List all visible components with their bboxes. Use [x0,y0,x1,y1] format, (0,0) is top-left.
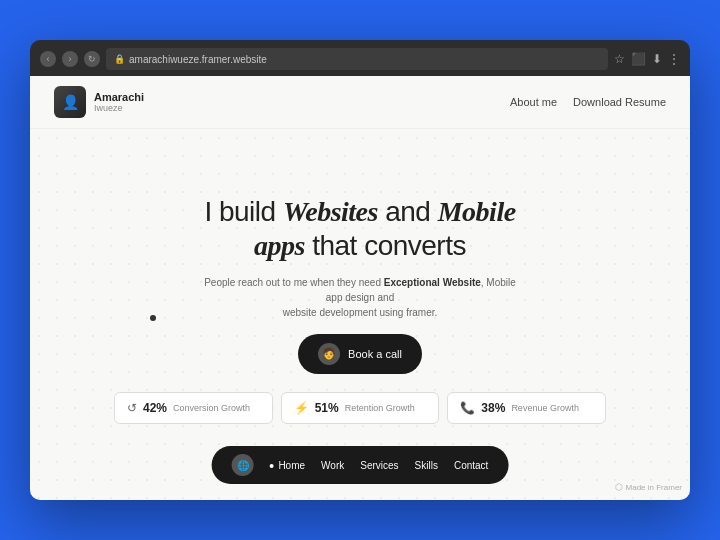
book-call-label: Book a call [348,348,402,360]
nav-resume[interactable]: Download Resume [573,96,666,108]
url-text: amarachiwueze.framer.website [129,54,267,65]
site-nav: About me Download Resume [510,96,666,108]
dot-bullet [150,315,156,321]
menu-icon[interactable]: ⋮ [668,52,680,66]
extension-icon[interactable]: ⬛ [631,52,646,66]
conversion-label: Conversion Growth [173,403,250,413]
headline-italic1: Websites [283,196,378,227]
conversion-icon: ↺ [127,401,137,415]
site-owner-sub: Iwueze [94,103,144,113]
browser-toolbar: ‹ › ↻ 🔒 amarachiwueze.framer.website ☆ ⬛… [40,48,680,70]
download-icon[interactable]: ⬇ [652,52,662,66]
headline-italic3: apps [254,230,305,261]
bottom-nav-skills[interactable]: Skills [415,460,438,471]
hero-section: I build Websites and Mobileapps that con… [30,129,690,500]
nav-about[interactable]: About me [510,96,557,108]
browser-window: ‹ › ↻ 🔒 amarachiwueze.framer.website ☆ ⬛… [30,40,690,500]
hero-headline: I build Websites and Mobileapps that con… [204,195,515,262]
revenue-label: Revenue Growth [511,403,579,413]
avatar-image: 👤 [54,86,86,118]
site-header: 👤 Amarachi Iwueze About me Download Resu… [30,76,690,129]
avatar: 👤 [54,86,86,118]
framer-badge: ⬡ Made in Framer [615,482,682,492]
refresh-button[interactable]: ↻ [84,51,100,67]
framer-icon: ⬡ [615,482,623,492]
back-button[interactable]: ‹ [40,51,56,67]
bottom-nav-contact[interactable]: Contact [454,460,488,471]
stat-conversion: ↺ 42% Conversion Growth [114,392,273,424]
logo-text: Amarachi Iwueze [94,91,144,113]
bottom-nav-services[interactable]: Services [360,460,398,471]
bottom-nav: 🌐 Home Work Services Skills Contact [212,446,509,484]
subtitle-line2: website development using framer. [283,307,438,318]
retention-label: Retention Growth [345,403,415,413]
site-owner-name: Amarachi [94,91,144,103]
forward-button[interactable]: › [62,51,78,67]
logo-area: 👤 Amarachi Iwueze [54,86,144,118]
stat-revenue: 📞 38% Revenue Growth [447,392,606,424]
lock-icon: 🔒 [114,54,125,64]
star-icon[interactable]: ☆ [614,52,625,66]
revenue-icon: 📞 [460,401,475,415]
stats-bar: ↺ 42% Conversion Growth ⚡ 51% Retention … [110,392,610,424]
toolbar-icons: ☆ ⬛ ⬇ ⋮ [614,52,680,66]
website-content: 👤 Amarachi Iwueze About me Download Resu… [30,76,690,500]
headline-prefix: I build [204,196,283,227]
bottom-nav-avatar: 🌐 [232,454,254,476]
retention-icon: ⚡ [294,401,309,415]
headline-suffix: that converts [305,230,466,261]
conversion-number: 42% [143,401,167,415]
address-bar[interactable]: 🔒 amarachiwueze.framer.website [106,48,608,70]
headline-italic2: Mobile [438,196,516,227]
bottom-nav-home[interactable]: Home [270,460,305,471]
browser-chrome: ‹ › ↻ 🔒 amarachiwueze.framer.website ☆ ⬛… [30,40,690,76]
retention-number: 51% [315,401,339,415]
subtitle-highlight: Exceptional Website [384,277,481,288]
revenue-number: 38% [481,401,505,415]
stat-retention: ⚡ 51% Retention Growth [281,392,440,424]
headline-mid: and [378,196,438,227]
subtitle-prefix: People reach out to me when they need [204,277,384,288]
framer-badge-text: Made in Framer [626,483,682,492]
bottom-nav-work[interactable]: Work [321,460,344,471]
active-dot [270,464,274,468]
hero-subtitle: People reach out to me when they need Ex… [200,275,520,320]
btn-avatar-icon: 🧑 [318,343,340,365]
book-call-button[interactable]: 🧑 Book a call [298,334,422,374]
